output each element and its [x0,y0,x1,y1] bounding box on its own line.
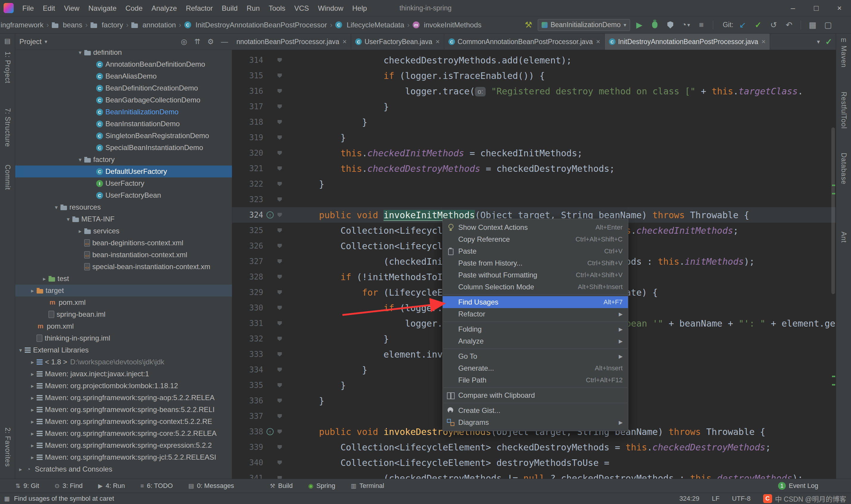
fold-marker-icon[interactable] [275,74,284,78]
generate-menu-item[interactable]: Generate...Alt+Insert [443,362,628,374]
tree-item-userfactory[interactable]: IUserFactory [15,177,232,189]
tool-window-button-6-todo[interactable]: ≡6: TODO [141,482,173,490]
create-gist-menu-item[interactable]: Create Gist... [443,404,628,416]
editor-tab-nnotationbeanpostprocessor-java[interactable]: nnotationBeanPostProcessor.java× [232,34,351,50]
tool-window-button-4-run[interactable]: ▶4: Run [98,482,125,490]
tree-item-beanaliasdemo[interactable]: CBeanAliasDemo [15,70,232,82]
tool-window-button-spring[interactable]: ◉Spring [308,482,335,490]
code-text[interactable]: Collection<LifecycleElement> checkedDest… [284,442,771,452]
caret-position[interactable]: 324:29 [679,495,699,503]
menu-analyze[interactable]: Analyze [147,4,181,12]
tool-window-button-favorites[interactable]: 2: Favorites [4,428,12,467]
tree-item-services[interactable]: ▸services [15,225,232,237]
expand-arrow-icon[interactable]: ▸ [16,466,25,473]
code-text[interactable]: } [284,117,367,127]
fold-marker-icon[interactable] [275,461,284,465]
tree-item-maven-org-springframework-spring-jcl-5-2-2-releasi[interactable]: ▸Maven: org.springframework:spring-jcl:5… [15,451,232,463]
fold-marker-icon[interactable] [275,306,284,310]
fold-marker-icon[interactable] [275,58,284,62]
tree-item-bean-deginitions-context-xml[interactable]: <>bean-deginitions-context.xml [15,237,232,249]
expand-arrow-icon[interactable]: ▸ [28,371,37,377]
fold-marker-icon[interactable] [275,89,284,93]
close-tab-icon[interactable]: × [436,37,440,46]
tool-window-button-commit[interactable]: Commit [4,165,12,190]
code-text[interactable]: checkedDestroyMethods.add(element); [284,55,572,66]
run-button[interactable]: ▶ [633,19,646,31]
history-button[interactable]: ↺ [767,19,780,31]
editor-tab-initdestroyannotationbeanpostprocessor-java[interactable]: CInitDestroyAnnotationBeanPostProcessor.… [605,34,770,50]
fold-marker-icon[interactable] [275,151,284,155]
tool-window-button-maven[interactable]: Maven [840,46,848,68]
expand-arrow-icon[interactable]: ▸ [28,430,37,437]
paste-from-history-menu-item[interactable]: Paste from History...Ctrl+Shift+V [443,257,628,269]
run-config-selector[interactable]: BeanInitializationDemo ▾ [538,19,630,31]
expand-arrow-icon[interactable]: ▾ [76,50,84,56]
menu-help[interactable]: Help [348,4,371,12]
tree-item-specialbeaninstantiationdemo[interactable]: CSpecialBeanInstantiationDemo [15,142,232,154]
editor-tab-commonannotationbeanpostprocessor-java[interactable]: CCommonAnnotationBeanPostProcessor.java× [444,34,605,50]
expand-arrow-icon[interactable]: ▸ [28,406,37,413]
menu-file[interactable]: File [18,4,38,12]
menu-view[interactable]: View [59,4,84,12]
tree-item-defaultuserfactory[interactable]: CDefaultUserFactory [15,165,232,177]
project-view-selector[interactable]: Project [19,37,42,46]
tree-item-definition[interactable]: ▾definition [15,50,232,58]
code-text[interactable]: } [284,334,389,344]
hidden-tabs-chevron-icon[interactable]: ▾ [817,38,820,45]
toolwindow-toggle-icon[interactable]: ▦ [4,495,10,502]
file-path-menu-item[interactable]: File PathCtrl+Alt+F12 [443,374,628,386]
menu-run[interactable]: Run [242,4,264,12]
line-separator-indicator[interactable]: LF [712,495,720,503]
tree-item-pom-xml[interactable]: mpom.xml [15,296,232,308]
tool-window-button-database[interactable]: Database [840,153,848,184]
menu-window[interactable]: Window [313,4,348,12]
maven-tool-icon[interactable]: m [841,36,846,44]
fold-marker-icon[interactable] [275,399,284,403]
fold-marker-icon[interactable] [275,414,284,418]
tree-item-beangarbagecollectiondemo[interactable]: CBeanGarbageCollectionDemo [15,94,232,106]
fold-marker-icon[interactable] [275,166,284,170]
breadcrumb-item-invokeinitmethods[interactable]: minvokeInitMethods [413,21,482,29]
expand-arrow-icon[interactable]: ▾ [64,216,72,223]
code-text[interactable]: } [284,380,346,391]
code-text[interactable]: } [284,365,367,375]
fold-marker-icon[interactable] [275,197,284,201]
fold-marker-icon[interactable] [275,352,284,356]
project-tool-icon[interactable]: ▤ [4,37,11,45]
tool-windows-icon[interactable]: ▦ [806,19,819,31]
tool-window-button-0-messages[interactable]: ▤0: Messages [188,482,234,490]
menu-code[interactable]: Code [121,4,147,12]
expand-arrow-icon[interactable]: ▾ [76,156,84,163]
event-log-button[interactable]: 1 Event Log [778,482,818,490]
fold-marker-icon[interactable] [275,182,284,186]
tree-item-target[interactable]: ▸target [15,285,232,296]
tree-item-beaninstantiationdemo[interactable]: CBeanInstantiationDemo [15,118,232,130]
override-gutter-icon[interactable]: ↑ [267,211,274,218]
code-text[interactable]: Collection<LifecycleElement> destroyMeth… [284,457,610,468]
expand-arrow-icon[interactable]: ▸ [76,228,84,235]
fold-marker-icon[interactable] [275,259,284,264]
expand-arrow-icon[interactable]: ▾ [16,347,25,354]
tool-window-button-project[interactable]: 1: Project [4,52,12,83]
fold-marker-icon[interactable] [275,105,284,109]
tree-item-userfactorybean[interactable]: CUserFactoryBean [15,189,232,201]
expand-arrow-icon[interactable]: ▸ [28,394,37,401]
tool-window-button-9-git[interactable]: ⇅9: Git [16,482,39,490]
tree-item-beaninitializationdemo[interactable]: CBeanInitializationDemo [15,106,232,118]
tree-item-special-bean-instantiation-context-xm[interactable]: <>special-bean-instantiation-context.xm [15,261,232,273]
tree-item-test[interactable]: ▸test [15,273,232,285]
show-context-actions-menu-item[interactable]: Show Context ActionsAlt+Enter [443,221,628,233]
tree-item-pom-xml[interactable]: mpom.xml [15,320,232,332]
fold-marker-icon[interactable] [275,337,284,341]
fold-marker-icon[interactable] [275,136,284,140]
wrench-icon[interactable]: ⚒ [522,19,535,31]
tree-item-spring-bean-iml[interactable]: spring-bean.iml [15,308,232,320]
tree-item-singletonbeanregistrationdemo[interactable]: CSingletonBeanRegistrationDemo [15,130,232,142]
hide-panel-icon[interactable]: — [221,37,228,46]
breadcrumb-item-ingframework[interactable]: ingframework [1,21,43,29]
compare-with-clipboard-menu-item[interactable]: Compare with Clipboard [443,390,628,401]
expand-arrow-icon[interactable]: ▸ [40,275,49,282]
error-stripe-mark[interactable] [832,384,835,385]
gear-icon[interactable]: ⚙ [207,37,214,46]
maximize-button[interactable]: □ [804,0,828,16]
